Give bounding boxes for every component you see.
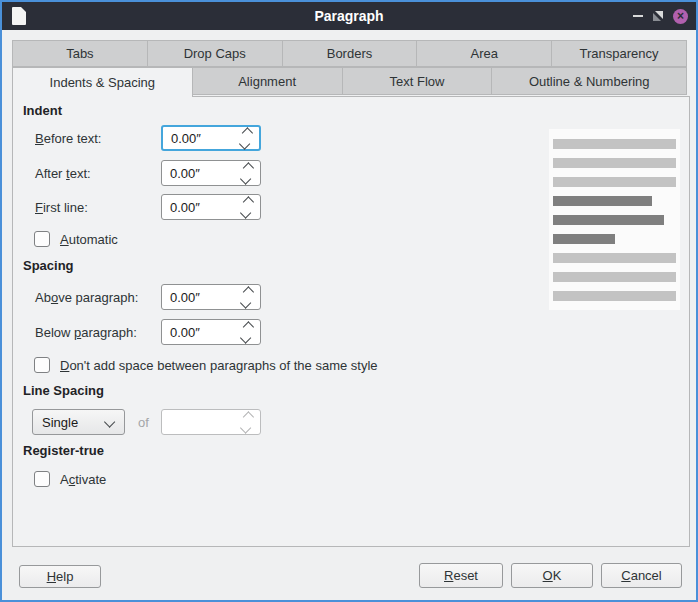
tab-borders[interactable]: Borders [282,40,418,67]
help-button[interactable]: Help [19,565,101,588]
reset-button[interactable]: Reset [419,563,503,588]
spin-up-icon[interactable] [243,321,254,332]
after-text-label: After text: [35,166,91,181]
document-icon [12,7,26,25]
automatic-checkbox[interactable] [34,231,50,247]
tab-indents-spacing[interactable]: Indents & Spacing [12,67,193,97]
automatic-checkbox-row: Automatic [34,231,118,247]
after-text-input[interactable]: 0.00″ [161,160,261,186]
preview-bar [553,234,615,244]
dont-add-space-checkbox[interactable] [34,357,50,373]
register-true-section-header: Register-true [23,443,104,458]
tab-alignment[interactable]: Alignment [192,67,343,95]
preview-bar [553,291,676,301]
spin-down-icon [240,422,251,433]
above-paragraph-input[interactable]: 0.00″ [161,284,261,310]
paragraph-dialog: Paragraph × Tabs Drop Caps Borders Area … [0,0,698,602]
tab-outline-numbering[interactable]: Outline & Numbering [491,67,687,95]
tab-drop-caps[interactable]: Drop Caps [147,40,283,67]
restore-icon[interactable] [652,10,664,22]
indents-spacing-page: Indent Before text: 0.00″ After text: 0.… [12,96,690,547]
automatic-label: Automatic [60,232,118,247]
minimize-icon[interactable] [633,15,643,17]
spin-down-icon[interactable] [239,138,250,149]
line-spacing-select[interactable]: Single [32,409,125,435]
of-label: of [138,415,149,430]
below-paragraph-label: Below paragraph: [35,325,137,340]
spin-up-icon[interactable] [243,196,254,207]
spin-up-icon[interactable] [243,162,254,173]
before-text-input[interactable]: 0.00″ [161,125,261,151]
window-title: Paragraph [2,8,696,24]
below-paragraph-input[interactable]: 0.00″ [161,319,261,345]
activate-label: Activate [60,472,106,487]
dont-add-space-checkbox-row: Don't add space between paragraphs of th… [34,357,378,373]
tab-tabs[interactable]: Tabs [12,40,148,67]
cancel-button[interactable]: Cancel [601,563,682,588]
dont-add-space-label: Don't add space between paragraphs of th… [60,358,378,373]
paragraph-preview-area [549,129,680,310]
preview-bar [553,215,664,225]
before-text-label: Before text: [35,131,101,146]
spin-down-icon[interactable] [240,332,251,343]
spin-up-icon[interactable] [243,286,254,297]
preview-bar [553,139,676,149]
ok-button[interactable]: OK [511,563,593,588]
first-line-label: First line: [35,200,88,215]
spin-up-icon[interactable] [242,127,253,138]
tab-text-flow[interactable]: Text Flow [342,67,493,95]
spin-down-icon[interactable] [240,297,251,308]
titlebar[interactable]: Paragraph × [2,2,696,30]
activate-checkbox-row: Activate [34,471,106,487]
spacing-section-header: Spacing [23,258,74,273]
tab-strip-secondary: Tabs Drop Caps Borders Area Transparency [12,40,686,67]
preview-bar [553,272,676,282]
indent-section-header: Indent [23,103,62,118]
line-spacing-value-input [161,409,261,435]
spin-down-icon[interactable] [240,207,251,218]
above-paragraph-label: Above paragraph: [35,290,138,305]
preview-bar [553,158,676,168]
preview-bar [553,253,676,263]
close-icon[interactable]: × [673,9,688,24]
activate-checkbox[interactable] [34,471,50,487]
tab-area[interactable]: Area [416,40,552,67]
tab-transparency[interactable]: Transparency [551,40,687,67]
tab-strip-primary: Indents & Spacing Alignment Text Flow Ou… [12,67,686,97]
spin-up-icon [243,411,254,422]
first-line-input[interactable]: 0.00″ [161,194,261,220]
line-spacing-section-header: Line Spacing [23,383,104,398]
preview-bar [553,196,652,206]
preview-bar [553,177,676,187]
spin-down-icon[interactable] [240,173,251,184]
